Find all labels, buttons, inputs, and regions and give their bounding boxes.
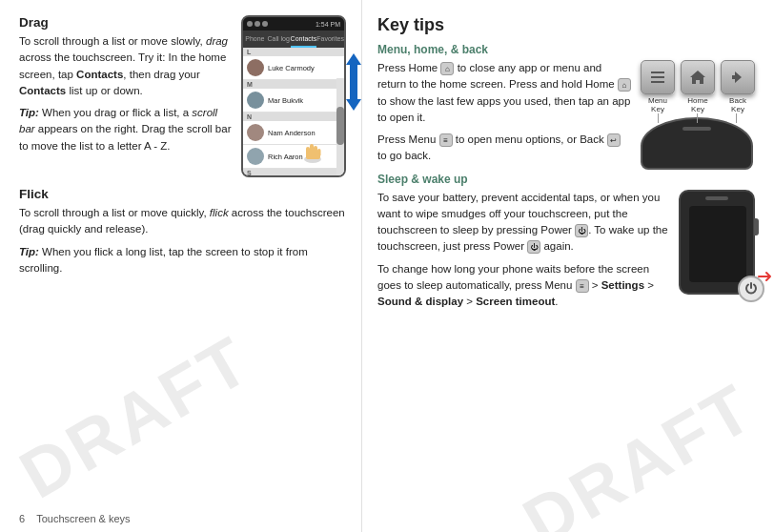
home-key-button — [681, 60, 715, 94]
home-key-inline-1: ⌂ — [440, 62, 454, 75]
drag-heading: Drag — [19, 15, 232, 30]
drag-text: Drag To scroll through a list or move sl… — [19, 15, 232, 177]
back-connector — [736, 113, 737, 123]
power-phone-speaker — [705, 196, 728, 200]
draft-watermark-right: DRAFT — [510, 368, 767, 532]
power-mockup-wrap — [679, 190, 755, 295]
drag-section: Drag To scroll through a list or move sl… — [19, 15, 346, 177]
sleep-wake-subheading: Sleep & wake up — [377, 173, 755, 186]
phone-top-body — [641, 117, 753, 170]
home-key-outer: HomeKey — [681, 60, 715, 113]
phone-mockup: 1:54 PM Phone Call log Contacts Favorite… — [241, 15, 346, 177]
avatar-mar — [247, 92, 264, 109]
svg-rect-8 — [651, 81, 664, 83]
scroll-thumb — [336, 107, 344, 145]
flick-heading: Flick — [19, 187, 346, 201]
power-icon — [743, 281, 759, 297]
arrow-shaft — [350, 63, 357, 101]
phone-nav-tabs: Phone Call log Contacts Favorites — [243, 31, 344, 48]
page-container: Drag To scroll through a list or move sl… — [0, 0, 774, 532]
menu-key-label: MenuKey — [648, 96, 667, 113]
phone-tab-callog[interactable]: Call log — [267, 31, 291, 48]
drag-para1: To scroll through a list or move slowly,… — [19, 33, 232, 99]
svg-rect-5 — [306, 153, 320, 159]
avatar-nam — [247, 124, 264, 141]
menu-home-back-section: Menu, home, & back MenuKey — [377, 43, 755, 165]
footer-text: Touchscreen & keys — [36, 513, 130, 524]
menu-connector — [658, 113, 659, 123]
svg-rect-7 — [651, 76, 664, 78]
phone-tab-favorites[interactable]: Favorites — [316, 31, 344, 48]
contact-name-rich: Rich Aaron — [268, 153, 303, 161]
draft-watermark-left: DRAFT — [7, 320, 264, 514]
status-dot-2 — [255, 21, 260, 27]
phone-tab-contacts[interactable]: Contacts — [291, 31, 317, 48]
svg-marker-9 — [690, 71, 705, 84]
phone-speaker-bar — [682, 127, 711, 131]
status-bar: 1:54 PM — [243, 17, 344, 31]
menu-key-inline: ≡ — [439, 133, 453, 147]
footer-page-number: 6 — [19, 513, 25, 524]
scroll-bar[interactable] — [336, 78, 344, 175]
sleep-wake-section: Sleep & wake up — [377, 173, 755, 311]
contact-nam[interactable]: Nam Anderson — [243, 121, 344, 145]
status-dot-1 — [247, 21, 253, 27]
contact-name-luke: Luke Carmody — [268, 64, 315, 72]
contact-name-nam: Nam Anderson — [268, 129, 316, 137]
arrow-head-down — [346, 99, 361, 111]
home-key-inline-2: ⌂ — [618, 78, 631, 92]
status-dot-3 — [262, 21, 268, 27]
drag-hand-icon — [302, 140, 323, 166]
left-column: Drag To scroll through a list or move sl… — [0, 0, 362, 532]
back-key-outer: BackKey — [721, 60, 755, 113]
phone-time: 1:54 PM — [316, 21, 340, 28]
menu-key-outer: MenuKey — [641, 60, 675, 113]
section-letter-l: L — [243, 48, 344, 56]
back-key-inline: ↩ — [607, 133, 621, 147]
flick-para1: To scroll through a list or move quickly… — [19, 205, 346, 238]
drag-tip1: Tip: When you drag or flick a list, a sc… — [19, 105, 232, 154]
flick-section: Flick To scroll through a list or move q… — [19, 187, 346, 276]
status-icons — [247, 21, 268, 27]
right-column: Key tips Menu, home, & back MenuKey — [362, 0, 774, 532]
power-phone-top — [681, 192, 753, 205]
keytips-heading: Key tips — [377, 15, 755, 35]
power-key-inline-2: ⏻ — [527, 240, 540, 254]
section-letter-s: S — [243, 169, 344, 175]
home-connector — [697, 113, 698, 123]
avatar-luke — [247, 59, 264, 76]
section-letter-m: M — [243, 80, 344, 89]
power-phone-screen — [689, 206, 746, 282]
power-button-side — [754, 218, 759, 235]
svg-rect-6 — [651, 72, 664, 73]
menu-home-back-subheading: Menu, home, & back — [377, 43, 755, 56]
menu-key-button — [641, 60, 675, 94]
flick-tip2: Tip: When you flick a long list, tap the… — [19, 244, 346, 277]
page-footer: 6 Touchscreen & keys — [19, 513, 131, 524]
contact-name-mar: Mar Bukvik — [268, 96, 303, 105]
phone-tab-phone[interactable]: Phone — [243, 31, 267, 48]
key-buttons-row: MenuKey HomeKey BackKey — [641, 60, 755, 113]
keys-phone-wrap: MenuKey HomeKey BackKey — [641, 60, 755, 170]
menu-key-inline-2: ≡ — [576, 279, 589, 293]
back-key-button — [721, 60, 755, 94]
scroll-arrow — [344, 53, 363, 111]
avatar-rich — [247, 148, 264, 165]
power-phone — [679, 190, 755, 295]
contact-rich[interactable]: Rich Aaron — [243, 145, 344, 169]
power-icon-circle — [738, 276, 764, 302]
contact-luke[interactable]: Luke Carmody — [243, 56, 344, 80]
back-key-label: BackKey — [729, 96, 746, 113]
contact-mar[interactable]: Mar Bukvik — [243, 89, 344, 113]
phone-contact-list: L Luke Carmody M Mar Bukvik N — [243, 48, 344, 175]
home-key-label: HomeKey — [687, 96, 707, 113]
phone-screen: 1:54 PM Phone Call log Contacts Favorite… — [241, 15, 346, 177]
power-key-inline-1: ⏻ — [575, 224, 588, 237]
section-letter-n: N — [243, 113, 344, 121]
